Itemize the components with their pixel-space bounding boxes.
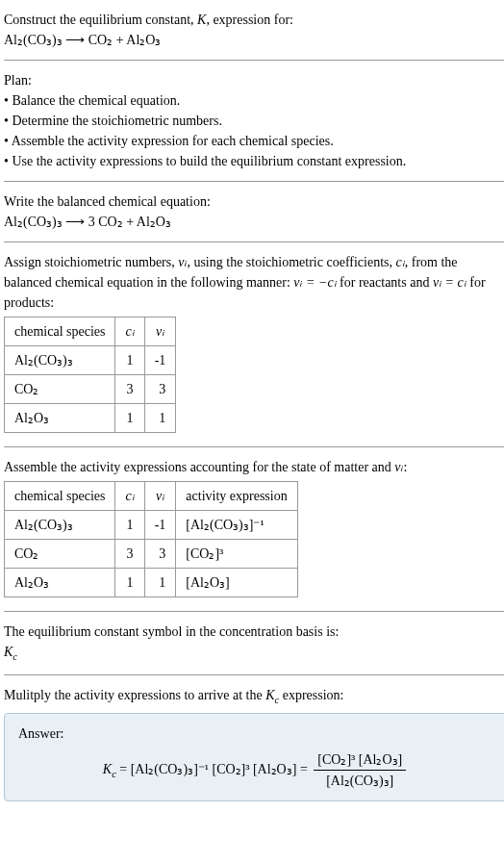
t: , using the stoichiometric coefficients, xyxy=(187,255,395,269)
intro-text2: , expression for: xyxy=(206,13,293,27)
table-header-row: chemical species cᵢ νᵢ xyxy=(5,317,176,346)
t: νᵢ = −cᵢ xyxy=(293,275,336,290)
divider xyxy=(4,611,504,612)
cell-nui: 1 xyxy=(144,404,176,433)
intro: Construct the equilibrium constant, K, e… xyxy=(4,4,504,56)
header-activity: activity expression xyxy=(176,482,297,511)
cell-nui: 3 xyxy=(144,375,176,404)
balanced-section: Write the balanced chemical equation: Al… xyxy=(4,186,504,238)
answer-box: Answer: Kc = [Al₂(CO₃)₃]⁻¹ [CO₂]³ [Al₂O₃… xyxy=(4,713,504,801)
plan-section: Plan: • Balance the chemical equation. •… xyxy=(4,64,504,177)
table-header-row: chemical species cᵢ νᵢ activity expressi… xyxy=(5,482,298,511)
t: for reactants and xyxy=(337,275,433,290)
cell-species: CO₂ xyxy=(5,375,115,404)
cell-ci: 1 xyxy=(115,404,144,433)
table-row: CO₂ 3 3 [CO₂]³ xyxy=(5,540,298,569)
plan-item: • Use the activity expressions to build … xyxy=(4,151,504,171)
cell-species: Al₂(CO₃)₃ xyxy=(5,511,115,540)
cell-ci: 3 xyxy=(115,540,144,569)
activity-title: Assemble the activity expressions accoun… xyxy=(4,457,504,477)
t: cᵢ xyxy=(396,255,405,269)
cell-species: CO₂ xyxy=(5,540,115,569)
intro-K: K xyxy=(197,13,206,27)
divider xyxy=(4,60,504,61)
stoich-text: Assign stoichiometric numbers, νᵢ, using… xyxy=(4,252,504,313)
fraction: [CO₂]³ [Al₂O₃][Al₂(CO₃)₃] xyxy=(314,749,406,791)
kc-symbol-section: The equilibrium constant symbol in the c… xyxy=(4,616,504,671)
cell-nui: 3 xyxy=(144,540,176,569)
activity-table: chemical species cᵢ νᵢ activity expressi… xyxy=(4,481,298,597)
balanced-equation: Al₂(CO₃)₃ ⟶ 3 CO₂ + Al₂O₃ xyxy=(4,212,504,232)
table-row: Al₂O₃ 1 1 xyxy=(5,404,176,433)
cell-ci: 1 xyxy=(115,346,144,375)
table-row: Al₂(CO₃)₃ 1 -1 xyxy=(5,346,176,375)
t: Mulitply the activity expressions to arr… xyxy=(4,688,265,702)
header-ci: cᵢ xyxy=(115,482,144,511)
answer-equation: Kc = [Al₂(CO₃)₃]⁻¹ [CO₂]³ [Al₂O₃] = [CO₂… xyxy=(18,749,493,791)
t: : xyxy=(404,460,408,474)
divider xyxy=(4,241,504,242)
cell-species: Al₂O₃ xyxy=(5,569,115,597)
divider xyxy=(4,446,504,447)
cell-species: Al₂(CO₃)₃ xyxy=(5,346,115,375)
cell-ci: 1 xyxy=(115,511,144,540)
numerator: [CO₂]³ [Al₂O₃] xyxy=(314,749,406,771)
divider xyxy=(4,181,504,182)
header-species: chemical species xyxy=(5,317,115,346)
cell-activity: [CO₂]³ xyxy=(176,540,297,569)
multiply-section: Mulitply the activity expressions to arr… xyxy=(4,679,504,808)
t: expression: xyxy=(279,688,343,702)
intro-line: Construct the equilibrium constant, K, e… xyxy=(4,10,504,30)
plan-item: • Assemble the activity expression for e… xyxy=(4,131,504,151)
header-ci: cᵢ xyxy=(115,317,144,346)
intro-equation: Al₂(CO₃)₃ ⟶ CO₂ + Al₂O₃ xyxy=(4,30,504,50)
t: Assemble the activity expressions accoun… xyxy=(4,460,394,474)
denominator: [Al₂(CO₃)₃] xyxy=(314,771,406,791)
cell-nui: -1 xyxy=(144,511,176,540)
cell-activity: [Al₂(CO₃)₃]⁻¹ xyxy=(176,511,297,540)
cell-species: Al₂O₃ xyxy=(5,404,115,433)
balanced-title: Write the balanced chemical equation: xyxy=(4,191,504,212)
activity-section: Assemble the activity expressions accoun… xyxy=(4,451,504,607)
cell-activity: [Al₂O₃] xyxy=(176,569,297,597)
plan-title: Plan: xyxy=(4,70,504,90)
cell-nui: 1 xyxy=(144,569,176,597)
header-nui: νᵢ xyxy=(144,482,176,511)
answer-label: Answer: xyxy=(18,723,493,744)
stoich-table: chemical species cᵢ νᵢ Al₂(CO₃)₃ 1 -1 CO… xyxy=(4,317,176,433)
t: Assign stoichiometric numbers, xyxy=(4,255,178,269)
plan-item: • Determine the stoichiometric numbers. xyxy=(4,111,504,131)
intro-text: Construct the equilibrium constant, xyxy=(4,13,197,27)
header-nui: νᵢ xyxy=(144,317,176,346)
cell-ci: 1 xyxy=(115,569,144,597)
stoich-section: Assign stoichiometric numbers, νᵢ, using… xyxy=(4,246,504,443)
t: = [Al₂(CO₃)₃]⁻¹ [CO₂]³ [Al₂O₃] = xyxy=(116,762,312,776)
t: νᵢ xyxy=(394,460,403,474)
kc-symbol-text: The equilibrium constant symbol in the c… xyxy=(4,622,504,642)
table-row: CO₂ 3 3 xyxy=(5,375,176,404)
cell-nui: -1 xyxy=(144,346,176,375)
plan-item: • Balance the chemical equation. xyxy=(4,90,504,111)
table-row: Al₂O₃ 1 1 [Al₂O₃] xyxy=(5,569,298,597)
t: νᵢ = cᵢ xyxy=(433,275,466,290)
header-species: chemical species xyxy=(5,482,115,511)
cell-ci: 3 xyxy=(115,375,144,404)
table-row: Al₂(CO₃)₃ 1 -1 [Al₂(CO₃)₃]⁻¹ xyxy=(5,511,298,540)
divider xyxy=(4,674,504,675)
kc-symbol: Kc xyxy=(4,642,504,665)
